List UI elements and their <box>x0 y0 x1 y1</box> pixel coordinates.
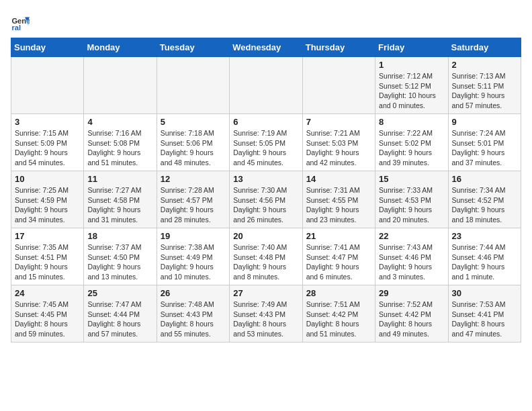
header: Gene ral <box>11 11 521 32</box>
day-number: 22 <box>379 231 444 241</box>
day-info: Sunrise: 7:38 AM Sunset: 4:49 PM Dayligh… <box>161 242 226 282</box>
day-number: 14 <box>306 174 371 184</box>
weekday-header: Thursday <box>302 38 375 57</box>
calendar-cell: 21Sunrise: 7:41 AM Sunset: 4:47 PM Dayli… <box>302 228 375 285</box>
day-info: Sunrise: 7:15 AM Sunset: 5:09 PM Dayligh… <box>15 128 80 168</box>
day-info: Sunrise: 7:37 AM Sunset: 4:50 PM Dayligh… <box>87 242 152 282</box>
day-number: 13 <box>233 174 298 184</box>
day-number: 19 <box>161 231 226 241</box>
day-info: Sunrise: 7:28 AM Sunset: 4:57 PM Dayligh… <box>161 185 226 225</box>
day-number: 23 <box>452 231 517 241</box>
weekday-header: Sunday <box>11 38 84 57</box>
day-number: 9 <box>452 117 517 127</box>
day-info: Sunrise: 7:31 AM Sunset: 4:55 PM Dayligh… <box>306 185 371 225</box>
calendar-cell <box>230 57 302 114</box>
day-number: 30 <box>452 288 517 298</box>
day-number: 25 <box>87 288 152 298</box>
calendar-cell: 28Sunrise: 7:51 AM Sunset: 4:42 PM Dayli… <box>302 285 375 342</box>
calendar-cell: 29Sunrise: 7:52 AM Sunset: 4:42 PM Dayli… <box>375 285 448 342</box>
calendar-cell: 26Sunrise: 7:48 AM Sunset: 4:43 PM Dayli… <box>157 285 229 342</box>
calendar-cell: 2Sunrise: 7:13 AM Sunset: 5:11 PM Daylig… <box>448 57 521 114</box>
day-info: Sunrise: 7:34 AM Sunset: 4:52 PM Dayligh… <box>452 185 517 225</box>
calendar-cell: 16Sunrise: 7:34 AM Sunset: 4:52 PM Dayli… <box>448 171 521 228</box>
day-info: Sunrise: 7:43 AM Sunset: 4:46 PM Dayligh… <box>379 242 444 282</box>
day-number: 15 <box>379 174 444 184</box>
day-number: 7 <box>306 117 371 127</box>
calendar-cell <box>302 57 375 114</box>
day-number: 26 <box>161 288 226 298</box>
calendar-cell: 1Sunrise: 7:12 AM Sunset: 5:12 PM Daylig… <box>375 57 448 114</box>
calendar-cell: 13Sunrise: 7:30 AM Sunset: 4:56 PM Dayli… <box>230 171 302 228</box>
calendar-cell: 14Sunrise: 7:31 AM Sunset: 4:55 PM Dayli… <box>302 171 375 228</box>
day-info: Sunrise: 7:51 AM Sunset: 4:42 PM Dayligh… <box>306 300 371 339</box>
calendar-cell <box>84 57 157 114</box>
calendar-cell: 17Sunrise: 7:35 AM Sunset: 4:51 PM Dayli… <box>11 228 84 285</box>
day-info: Sunrise: 7:19 AM Sunset: 5:05 PM Dayligh… <box>233 128 298 168</box>
day-info: Sunrise: 7:13 AM Sunset: 5:11 PM Dayligh… <box>452 71 517 111</box>
calendar-cell: 23Sunrise: 7:44 AM Sunset: 4:46 PM Dayli… <box>448 228 521 285</box>
weekday-header: Monday <box>84 38 157 57</box>
day-number: 24 <box>15 288 80 298</box>
day-number: 29 <box>379 288 444 298</box>
day-number: 27 <box>233 288 298 298</box>
day-info: Sunrise: 7:52 AM Sunset: 4:42 PM Dayligh… <box>379 300 444 339</box>
calendar-cell: 5Sunrise: 7:18 AM Sunset: 5:06 PM Daylig… <box>157 114 229 171</box>
weekday-header: Friday <box>375 38 448 57</box>
calendar-cell: 8Sunrise: 7:22 AM Sunset: 5:02 PM Daylig… <box>375 114 448 171</box>
day-number: 20 <box>233 231 298 241</box>
day-info: Sunrise: 7:18 AM Sunset: 5:06 PM Dayligh… <box>161 128 226 168</box>
calendar-cell: 10Sunrise: 7:25 AM Sunset: 4:59 PM Dayli… <box>11 171 84 228</box>
calendar-cell: 19Sunrise: 7:38 AM Sunset: 4:49 PM Dayli… <box>157 228 229 285</box>
day-number: 1 <box>379 60 444 70</box>
day-info: Sunrise: 7:47 AM Sunset: 4:44 PM Dayligh… <box>87 300 152 339</box>
day-info: Sunrise: 7:30 AM Sunset: 4:56 PM Dayligh… <box>233 185 298 225</box>
logo-icon: Gene ral <box>11 13 30 32</box>
day-info: Sunrise: 7:16 AM Sunset: 5:08 PM Dayligh… <box>87 128 152 168</box>
day-number: 16 <box>452 174 517 184</box>
calendar-cell: 22Sunrise: 7:43 AM Sunset: 4:46 PM Dayli… <box>375 228 448 285</box>
day-info: Sunrise: 7:24 AM Sunset: 5:01 PM Dayligh… <box>452 128 517 168</box>
calendar-cell: 30Sunrise: 7:53 AM Sunset: 4:41 PM Dayli… <box>448 285 521 342</box>
day-info: Sunrise: 7:44 AM Sunset: 4:46 PM Dayligh… <box>452 242 517 282</box>
calendar-cell <box>157 57 229 114</box>
day-info: Sunrise: 7:40 AM Sunset: 4:48 PM Dayligh… <box>233 242 298 282</box>
day-info: Sunrise: 7:12 AM Sunset: 5:12 PM Dayligh… <box>379 71 444 111</box>
calendar-cell: 7Sunrise: 7:21 AM Sunset: 5:03 PM Daylig… <box>302 114 375 171</box>
day-info: Sunrise: 7:22 AM Sunset: 5:02 PM Dayligh… <box>379 128 444 168</box>
day-number: 12 <box>161 174 226 184</box>
svg-text:ral: ral <box>11 24 21 32</box>
calendar-cell: 11Sunrise: 7:27 AM Sunset: 4:58 PM Dayli… <box>84 171 157 228</box>
day-info: Sunrise: 7:53 AM Sunset: 4:41 PM Dayligh… <box>452 300 517 339</box>
day-number: 11 <box>87 174 152 184</box>
day-number: 8 <box>379 117 444 127</box>
calendar-cell: 6Sunrise: 7:19 AM Sunset: 5:05 PM Daylig… <box>230 114 302 171</box>
weekday-header: Saturday <box>448 38 521 57</box>
day-number: 3 <box>15 117 80 127</box>
logo: Gene ral <box>11 13 32 32</box>
day-number: 2 <box>452 60 517 70</box>
day-info: Sunrise: 7:25 AM Sunset: 4:59 PM Dayligh… <box>15 185 80 225</box>
day-number: 10 <box>15 174 80 184</box>
calendar-cell: 27Sunrise: 7:49 AM Sunset: 4:43 PM Dayli… <box>230 285 302 342</box>
day-info: Sunrise: 7:49 AM Sunset: 4:43 PM Dayligh… <box>233 300 298 339</box>
calendar: SundayMondayTuesdayWednesdayThursdayFrid… <box>11 38 521 342</box>
day-info: Sunrise: 7:45 AM Sunset: 4:45 PM Dayligh… <box>15 300 80 339</box>
day-info: Sunrise: 7:27 AM Sunset: 4:58 PM Dayligh… <box>87 185 152 225</box>
calendar-cell: 3Sunrise: 7:15 AM Sunset: 5:09 PM Daylig… <box>11 114 84 171</box>
day-number: 17 <box>15 231 80 241</box>
calendar-header: SundayMondayTuesdayWednesdayThursdayFrid… <box>11 38 521 57</box>
day-number: 6 <box>233 117 298 127</box>
calendar-cell: 20Sunrise: 7:40 AM Sunset: 4:48 PM Dayli… <box>230 228 302 285</box>
calendar-cell: 24Sunrise: 7:45 AM Sunset: 4:45 PM Dayli… <box>11 285 84 342</box>
day-info: Sunrise: 7:41 AM Sunset: 4:47 PM Dayligh… <box>306 242 371 282</box>
calendar-cell <box>11 57 84 114</box>
day-info: Sunrise: 7:35 AM Sunset: 4:51 PM Dayligh… <box>15 242 80 282</box>
calendar-cell: 15Sunrise: 7:33 AM Sunset: 4:53 PM Dayli… <box>375 171 448 228</box>
day-number: 21 <box>306 231 371 241</box>
calendar-cell: 18Sunrise: 7:37 AM Sunset: 4:50 PM Dayli… <box>84 228 157 285</box>
day-info: Sunrise: 7:33 AM Sunset: 4:53 PM Dayligh… <box>379 185 444 225</box>
calendar-cell: 4Sunrise: 7:16 AM Sunset: 5:08 PM Daylig… <box>84 114 157 171</box>
day-number: 4 <box>87 117 152 127</box>
weekday-header: Tuesday <box>157 38 229 57</box>
calendar-cell: 9Sunrise: 7:24 AM Sunset: 5:01 PM Daylig… <box>448 114 521 171</box>
